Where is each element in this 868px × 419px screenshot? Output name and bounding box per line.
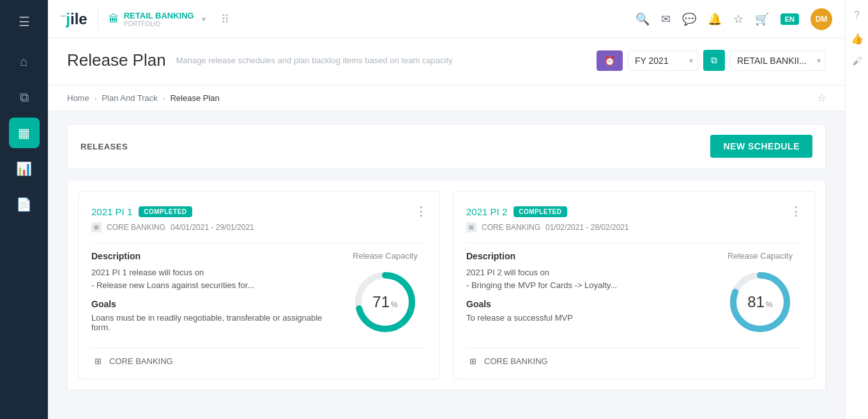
card-2-percent-display: 81 % xyxy=(747,293,772,311)
page-header: Release Plan Manage release schedules an… xyxy=(48,38,845,86)
menu-toggle-icon[interactable]: ☰ xyxy=(0,8,48,36)
card-1-goals-label: Goals xyxy=(91,299,331,309)
header-controls: ⏰ FY 2021 FY 2022 ⧉ RETAIL BANKII... COR… xyxy=(597,50,826,71)
cards-container: 2021 PI 1 COMPLETED ⋮ ⊞ CORE BANKING 04/… xyxy=(67,181,826,390)
chat-icon[interactable]: 💬 xyxy=(682,12,696,26)
card-1-header: 2021 PI 1 COMPLETED ⋮ xyxy=(91,204,427,218)
user-avatar[interactable]: DM xyxy=(811,8,832,30)
page-subtitle: Manage release schedules and plan backlo… xyxy=(176,56,453,65)
main-container: ···jile 🏛 RETAIL BANKING PORTFOLIO ▾ ⠿ 🔍… xyxy=(48,0,845,419)
cards-grid: 2021 PI 1 COMPLETED ⋮ ⊞ CORE BANKING 04/… xyxy=(78,191,815,379)
portfolio-sub: PORTFOLIO xyxy=(124,20,194,27)
card-2-desc-text: 2021 PI 2 will focus on- Bringing the MV… xyxy=(466,266,706,291)
cart-icon[interactable]: 🛒 xyxy=(755,12,769,26)
card-2-percent-sign: % xyxy=(766,300,773,309)
content-area: RELEASES NEW SCHEDULE 2021 PI 1 COMPLETE… xyxy=(48,111,845,403)
breadcrumb-plan-track[interactable]: Plan And Track xyxy=(102,93,157,103)
portfolio-info: RETAIL BANKING PORTFOLIO xyxy=(124,11,194,27)
card-2-more-icon[interactable]: ⋮ xyxy=(790,204,802,218)
card-2-footer-label: CORE BANKING xyxy=(484,356,548,366)
card-2-footer: ⊞ CORE BANKING xyxy=(466,347,802,366)
filter-layer-button[interactable]: ⧉ xyxy=(703,50,725,71)
card-1-footer-label: CORE BANKING xyxy=(109,356,173,366)
card-1-org: CORE BANKING xyxy=(107,223,165,232)
filter-time-button[interactable]: ⏰ xyxy=(597,50,623,71)
card-2-divider xyxy=(466,243,802,243)
card-2-meta: ⊞ CORE BANKING 01/02/2021 - 28/02/2021 xyxy=(466,222,802,232)
new-schedule-button[interactable]: NEW SCHEDULE xyxy=(710,135,812,158)
card-1-org-icon: ⊞ xyxy=(91,222,102,232)
releases-header: RELEASES NEW SCHEDULE xyxy=(67,124,826,168)
card-2-donut: 81 % xyxy=(725,267,795,337)
card-2-badge: COMPLETED xyxy=(514,206,567,217)
card-1-footer-icon: ⊞ xyxy=(91,356,104,366)
lang-badge[interactable]: EN xyxy=(780,13,799,25)
card-1-capacity: Release Capacity 71 % xyxy=(344,251,427,337)
page-title-row: Release Plan Manage release schedules an… xyxy=(67,50,826,71)
sidebar: ☰ ⌂ ⧉ ▦ 📊 📄 xyxy=(0,0,48,419)
help-icon[interactable]: ? xyxy=(847,5,867,26)
breadcrumb-sep-1: › xyxy=(95,95,97,102)
app-logo[interactable]: ···jile xyxy=(61,10,88,28)
card-2-body: Description 2021 PI 2 will focus on- Bri… xyxy=(466,251,802,337)
sidebar-item-chart[interactable]: 📊 xyxy=(9,153,40,184)
card-1-footer: ⊞ CORE BANKING xyxy=(91,347,427,366)
sidebar-item-calendar[interactable]: ▦ xyxy=(9,118,40,148)
year-select[interactable]: FY 2021 FY 2022 xyxy=(628,50,698,71)
star-favorite-icon[interactable]: ☆ xyxy=(817,92,826,104)
card-2-percent-value: 81 xyxy=(747,293,765,311)
org-chart-icon[interactable]: ⠿ xyxy=(221,12,229,26)
portfolio-chevron-icon[interactable]: ▾ xyxy=(202,15,206,24)
logo-area: ···jile xyxy=(61,10,88,28)
sidebar-item-home[interactable]: ⌂ xyxy=(9,46,40,77)
year-select-wrapper: FY 2021 FY 2022 xyxy=(628,50,698,71)
card-2-info: Description 2021 PI 2 will focus on- Bri… xyxy=(466,251,706,337)
breadcrumb-sep-2: › xyxy=(163,95,165,102)
card-2-footer-icon: ⊞ xyxy=(466,356,479,366)
paint-icon[interactable]: 🖌 xyxy=(847,51,867,72)
card-2-org-icon: ⊞ xyxy=(466,222,476,232)
mail-icon[interactable]: ✉ xyxy=(661,12,671,26)
bell-icon[interactable]: 🔔 xyxy=(708,12,722,26)
portfolio-name[interactable]: RETAIL BANKING xyxy=(124,11,194,20)
card-1-capacity-label: Release Capacity xyxy=(353,251,418,261)
card-1-meta: ⊞ CORE BANKING 04/01/2021 - 29/01/2021 xyxy=(91,222,427,232)
card-2-goals-text: To release a successful MVP xyxy=(466,313,706,323)
card-2-org: CORE BANKING xyxy=(482,223,540,232)
card-2-title[interactable]: 2021 PI 2 xyxy=(466,206,507,217)
card-1-goals-text: Loans must be in readily negotiable, tra… xyxy=(91,313,331,332)
card-1-title[interactable]: 2021 PI 1 xyxy=(91,206,132,217)
sidebar-item-docs[interactable]: 📄 xyxy=(9,189,40,220)
bank-select-wrapper: RETAIL BANKII... CORE BANKING xyxy=(730,50,826,71)
page-content: Release Plan Manage release schedules an… xyxy=(48,38,845,419)
card-1-info: Description 2021 PI 1 release will focus… xyxy=(91,251,331,337)
card-1-body: Description 2021 PI 1 release will focus… xyxy=(91,251,427,337)
card-1-more-icon[interactable]: ⋮ xyxy=(415,204,427,218)
card-1-divider xyxy=(91,243,427,243)
page-title: Release Plan xyxy=(67,50,166,70)
sidebar-item-layers[interactable]: ⧉ xyxy=(9,82,40,112)
breadcrumb-current: Release Plan xyxy=(170,93,219,103)
card-1-donut: 71 % xyxy=(350,267,420,337)
card-2-goals-label: Goals xyxy=(466,299,706,309)
search-icon[interactable]: 🔍 xyxy=(636,12,650,26)
release-card-2: 2021 PI 2 COMPLETED ⋮ ⊞ CORE BANKING 01/… xyxy=(453,191,815,379)
right-panel: ? 👍 🖌 xyxy=(845,0,868,419)
releases-title: RELEASES xyxy=(80,142,128,151)
bank-select[interactable]: RETAIL BANKII... CORE BANKING xyxy=(730,50,826,71)
card-1-percent-value: 71 xyxy=(372,293,390,311)
card-2-capacity-label: Release Capacity xyxy=(727,251,793,261)
card-2-capacity: Release Capacity 81 % xyxy=(719,251,802,337)
card-1-desc-text: 2021 PI 1 release will focus on- Release… xyxy=(91,266,331,291)
breadcrumb-home[interactable]: Home xyxy=(67,93,89,103)
star-icon[interactable]: ☆ xyxy=(733,12,743,26)
card-1-percent-display: 71 % xyxy=(372,293,397,311)
nav-divider xyxy=(98,8,98,31)
bank-icon: 🏛 xyxy=(109,13,119,25)
top-nav: ···jile 🏛 RETAIL BANKING PORTFOLIO ▾ ⠿ 🔍… xyxy=(48,0,845,38)
card-1-percent-sign: % xyxy=(391,300,398,309)
card-1-dates: 04/01/2021 - 29/01/2021 xyxy=(171,223,254,232)
release-card-1: 2021 PI 1 COMPLETED ⋮ ⊞ CORE BANKING 04/… xyxy=(78,191,440,379)
card-1-desc-label: Description xyxy=(91,251,331,261)
thumbs-up-icon[interactable]: 👍 xyxy=(847,28,867,49)
